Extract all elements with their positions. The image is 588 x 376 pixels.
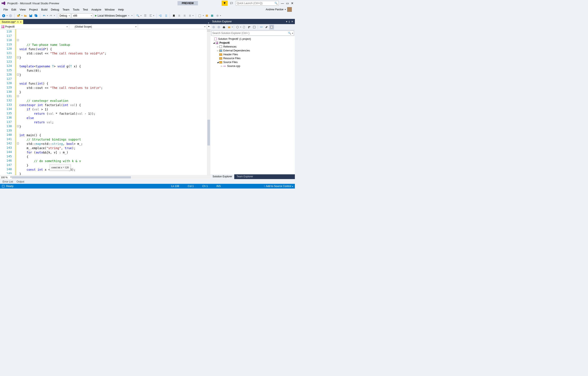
tree-node-references[interactable]: ▷ References bbox=[210, 45, 295, 49]
indent-increase-button[interactable] bbox=[164, 13, 168, 18]
fold-toggle[interactable]: - bbox=[17, 143, 19, 144]
menu-analyze[interactable]: Analyze bbox=[90, 7, 103, 12]
se-properties-button[interactable] bbox=[264, 25, 269, 30]
minimize-button[interactable]: — bbox=[281, 1, 284, 5]
new-project-button[interactable] bbox=[16, 13, 21, 18]
vertical-scrollbar[interactable] bbox=[207, 29, 210, 175]
chevron-down-icon[interactable]: ▾ bbox=[193, 15, 193, 17]
chevron-down-icon[interactable]: ▾ bbox=[132, 15, 132, 17]
fold-toggle[interactable]: - bbox=[17, 74, 19, 76]
bookmark-clear-button[interactable] bbox=[188, 13, 192, 18]
chevron-down-icon[interactable]: ▾ bbox=[153, 15, 154, 17]
code-editor[interactable]: // Two-phase name lookupvoid func(void*)… bbox=[19, 29, 207, 175]
start-debugging-button[interactable]: ▶ Local Windows Debugger ▾ bbox=[94, 13, 130, 18]
find-button[interactable]: 🔍 bbox=[136, 13, 140, 18]
splitter-handle[interactable] bbox=[207, 29, 210, 32]
nav-back-button[interactable] bbox=[1, 13, 6, 18]
menu-file[interactable]: File bbox=[2, 7, 10, 12]
tab-pin-button[interactable]: ⊓ bbox=[17, 21, 19, 23]
se-refresh-button[interactable] bbox=[247, 25, 252, 30]
save-all-button[interactable] bbox=[34, 13, 39, 18]
side-tab-team-explorer[interactable]: Team Explorer bbox=[234, 174, 255, 179]
zoom-combo[interactable]: 100 % bbox=[0, 176, 12, 179]
solution-config-combo[interactable]: Debug bbox=[58, 13, 71, 18]
scrollbar-thumb[interactable] bbox=[12, 176, 131, 178]
solution-platform-combo[interactable]: x86 bbox=[72, 13, 93, 18]
new-item-button[interactable] bbox=[198, 13, 202, 18]
step-into-button[interactable] bbox=[143, 13, 148, 18]
fold-toggle[interactable]: - bbox=[17, 56, 19, 58]
chevron-down-icon[interactable]: ▾ bbox=[220, 15, 221, 17]
se-search-input[interactable] bbox=[212, 32, 288, 35]
user-name[interactable]: Andrew Pardoe bbox=[266, 8, 284, 11]
menu-help[interactable]: Help bbox=[116, 7, 126, 12]
bottom-tab-error-list[interactable]: Error List bbox=[1, 179, 15, 184]
scope-combo[interactable]: (Global Scope) bbox=[69, 24, 138, 29]
save-button[interactable] bbox=[28, 13, 33, 18]
fold-toggle[interactable]: - bbox=[17, 125, 19, 127]
tree-node-solution[interactable]: Solution 'Project6' (1 project) bbox=[210, 37, 295, 41]
se-code-button[interactable]: <> bbox=[259, 25, 264, 30]
show-class-button[interactable] bbox=[215, 13, 220, 18]
step-over-button[interactable] bbox=[148, 13, 153, 18]
se-pending-button[interactable] bbox=[235, 25, 240, 30]
panel-dropdown-button[interactable]: ▾ bbox=[286, 20, 287, 23]
undo-button[interactable] bbox=[42, 13, 46, 18]
side-tab-solution-explorer[interactable]: Solution Explorer bbox=[210, 174, 234, 179]
menu-project[interactable]: Project bbox=[27, 7, 39, 12]
indent-decrease-button[interactable] bbox=[158, 13, 163, 18]
scrollbar-thumb[interactable] bbox=[207, 120, 210, 145]
panel-pin-button[interactable]: ▯ bbox=[289, 20, 290, 23]
tab-overflow-button[interactable]: ▾ bbox=[207, 22, 210, 24]
bookmark-prev-button[interactable] bbox=[177, 13, 182, 18]
chevron-down-icon[interactable]: ▾ bbox=[141, 15, 141, 17]
feedback-button[interactable] bbox=[229, 1, 234, 6]
tree-node-source-cpp[interactable]: ▷ ++ Source.cpp bbox=[210, 64, 295, 68]
close-button[interactable]: ✕ bbox=[291, 1, 294, 5]
project-context-combo[interactable]: Project6 bbox=[0, 24, 69, 29]
nav-forward-button[interactable] bbox=[8, 13, 13, 18]
tree-node-external-deps[interactable]: ▷ External Dependencies bbox=[210, 49, 295, 53]
menu-view[interactable]: View bbox=[18, 7, 27, 12]
tree-node-project[interactable]: ◢ Project6 bbox=[210, 41, 295, 45]
source-control-button[interactable]: ↑ Add to Source Control ▴ bbox=[264, 185, 293, 188]
user-avatar[interactable] bbox=[287, 7, 292, 12]
menu-build[interactable]: Build bbox=[40, 7, 49, 12]
se-sync-button[interactable] bbox=[242, 25, 246, 30]
file-tab[interactable]: Source.cpp* ⊓ × bbox=[0, 20, 23, 24]
solution-tree[interactable]: Solution 'Project6' (1 project) ◢ Projec… bbox=[210, 36, 295, 174]
fold-toggle[interactable]: - bbox=[17, 95, 19, 97]
menu-test[interactable]: Test bbox=[81, 7, 90, 12]
member-combo[interactable] bbox=[138, 24, 207, 29]
menu-edit[interactable]: Edit bbox=[10, 7, 18, 12]
menu-tools[interactable]: Tools bbox=[71, 7, 81, 12]
se-forward-button[interactable] bbox=[216, 25, 221, 30]
quick-launch-input[interactable] bbox=[237, 2, 274, 5]
panel-close-button[interactable]: ✕ bbox=[291, 20, 293, 23]
redo-button[interactable] bbox=[49, 13, 53, 18]
se-back-button[interactable] bbox=[211, 25, 216, 30]
menu-debug[interactable]: Debug bbox=[49, 7, 61, 12]
chevron-down-icon[interactable]: ▾ bbox=[292, 32, 293, 34]
menu-window[interactable]: Window bbox=[103, 7, 116, 12]
tab-close-button[interactable]: × bbox=[20, 21, 21, 23]
se-home-button[interactable] bbox=[221, 25, 226, 30]
horizontal-scrollbar[interactable] bbox=[12, 176, 210, 179]
tree-node-header-files[interactable]: Header Files bbox=[210, 53, 295, 56]
chevron-down-icon[interactable]: ▾ bbox=[7, 15, 8, 17]
bookmark-next-button[interactable] bbox=[182, 13, 187, 18]
menu-team[interactable]: Team bbox=[61, 7, 71, 12]
bookmark-button[interactable] bbox=[171, 13, 176, 18]
se-collapse-button[interactable] bbox=[252, 25, 257, 30]
split-editor-button[interactable]: ✦ bbox=[207, 24, 210, 29]
maximize-button[interactable]: ▭ bbox=[286, 1, 289, 5]
bottom-tab-output[interactable]: Output bbox=[15, 179, 26, 184]
tree-node-source-files[interactable]: ◢ Source Files bbox=[210, 60, 295, 64]
se-scope-button[interactable] bbox=[227, 25, 231, 30]
open-file-button[interactable] bbox=[23, 13, 28, 18]
class-view-button[interactable] bbox=[210, 13, 214, 18]
se-search-box[interactable]: 🔍 ▾ bbox=[211, 31, 294, 36]
quick-launch-box[interactable]: 🔍 bbox=[236, 1, 279, 6]
add-class-button[interactable] bbox=[204, 13, 209, 18]
se-preview-button[interactable] bbox=[269, 25, 274, 30]
